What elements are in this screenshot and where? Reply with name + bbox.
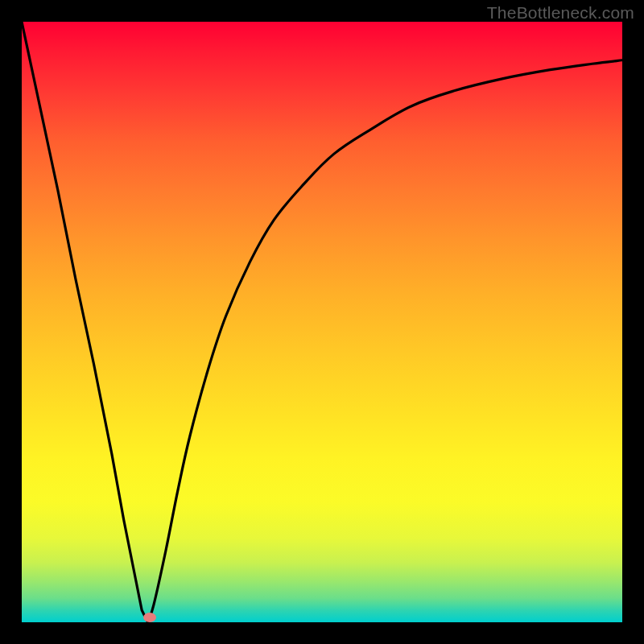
watermark-text: TheBottleneck.com xyxy=(487,3,634,23)
optimal-point-marker xyxy=(143,613,156,622)
bottleneck-curve xyxy=(22,22,622,622)
plot-area xyxy=(22,22,622,622)
chart-frame: TheBottleneck.com xyxy=(0,0,644,644)
